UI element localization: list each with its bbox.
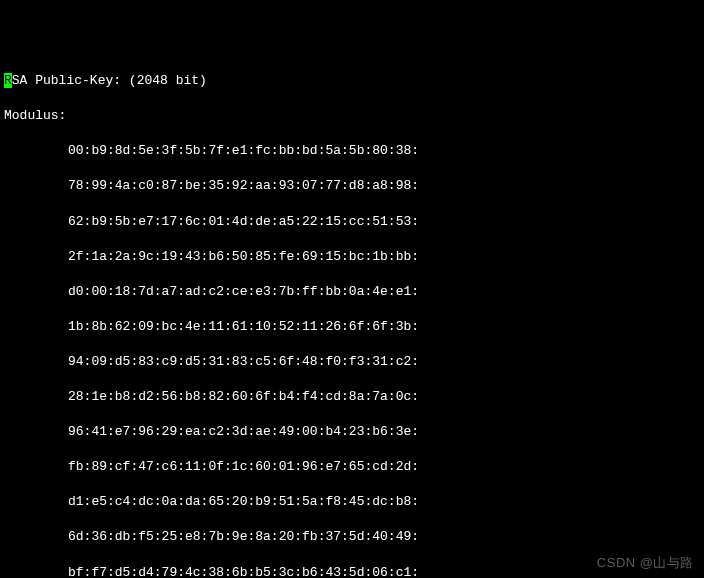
modulus-row: 62:b9:5b:e7:17:6c:01:4d:de:a5:22:15:cc:5… <box>4 213 700 231</box>
watermark: CSDN @山与路 <box>597 554 694 572</box>
modulus-row: fb:89:cf:47:c6:11:0f:1c:60:01:96:e7:65:c… <box>4 458 700 476</box>
key-type-line: RSA Public-Key: (2048 bit) <box>4 72 700 90</box>
key-type-rest: SA Public-Key: (2048 bit) <box>12 73 207 88</box>
modulus-label: Modulus: <box>4 107 700 125</box>
modulus-row: 28:1e:b8:d2:56:b8:82:60:6f:b4:f4:cd:8a:7… <box>4 388 700 406</box>
modulus-row: bf:f7:d5:d4:79:4c:38:6b:b5:3c:b6:43:5d:0… <box>4 564 700 579</box>
modulus-row: d1:e5:c4:dc:0a:da:65:20:b9:51:5a:f8:45:d… <box>4 493 700 511</box>
modulus-row: 00:b9:8d:5e:3f:5b:7f:e1:fc:bb:bd:5a:5b:8… <box>4 142 700 160</box>
modulus-row: 96:41:e7:96:29:ea:c2:3d:ae:49:00:b4:23:b… <box>4 423 700 441</box>
modulus-row: 94:09:d5:83:c9:d5:31:83:c5:6f:48:f0:f3:3… <box>4 353 700 371</box>
cursor: R <box>4 73 12 88</box>
modulus-row: d0:00:18:7d:a7:ad:c2:ce:e3:7b:ff:bb:0a:4… <box>4 283 700 301</box>
modulus-row: 1b:8b:62:09:bc:4e:11:61:10:52:11:26:6f:6… <box>4 318 700 336</box>
modulus-row: 2f:1a:2a:9c:19:43:b6:50:85:fe:69:15:bc:1… <box>4 248 700 266</box>
modulus-row: 78:99:4a:c0:87:be:35:92:aa:93:07:77:d8:a… <box>4 177 700 195</box>
modulus-row: 6d:36:db:f5:25:e8:7b:9e:8a:20:fb:37:5d:4… <box>4 528 700 546</box>
